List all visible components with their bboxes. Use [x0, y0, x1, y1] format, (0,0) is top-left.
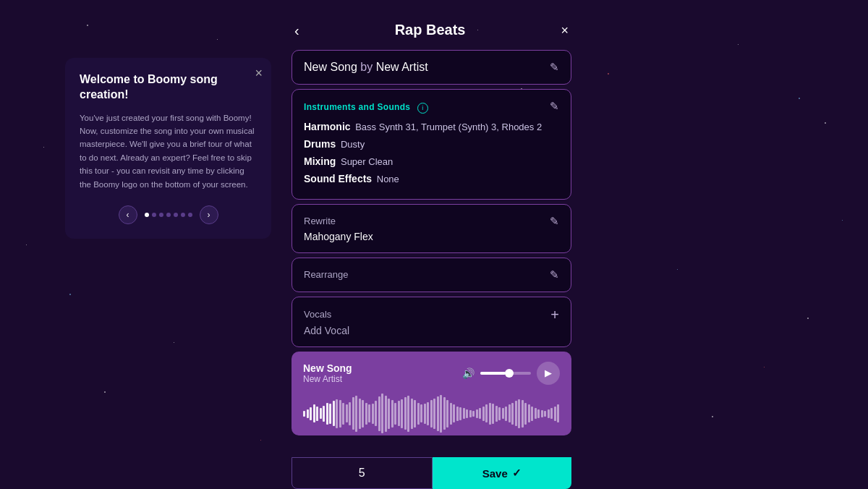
mixing-row: Mixing Super Clean	[304, 154, 559, 169]
wave-bar	[391, 400, 393, 428]
instruments-label-group: Instruments and Sounds i	[304, 100, 428, 114]
welcome-close-button[interactable]: ×	[255, 67, 263, 80]
volume-fill	[480, 372, 506, 375]
tour-dot-2	[152, 213, 156, 217]
tour-prev-button[interactable]: ‹	[119, 205, 137, 224]
rearrange-edit-button[interactable]: ✎	[550, 268, 559, 281]
rearrange-label: Rearrange	[304, 269, 348, 280]
save-button[interactable]: Save ✓	[433, 457, 572, 489]
wave-bar	[329, 404, 331, 424]
wave-bar	[385, 396, 387, 432]
wave-bar	[509, 404, 511, 422]
wave-bar	[443, 397, 446, 430]
sound-effects-row: Sound Effects None	[304, 171, 559, 187]
wave-bar	[522, 400, 524, 428]
close-button[interactable]: ×	[561, 24, 569, 37]
wave-bar	[472, 411, 475, 417]
wave-bar	[466, 409, 468, 418]
tour-dot-4	[166, 213, 171, 217]
wave-bar	[323, 406, 325, 422]
rewrite-value: Mahogany Flex	[304, 231, 559, 242]
rewrite-card: Rewrite ✎ Mahogany Flex	[292, 204, 571, 253]
wave-bar	[557, 404, 559, 422]
song-title-text: New Song by New Artist	[304, 61, 428, 74]
wave-bar	[378, 396, 380, 431]
rewrite-header: Rewrite ✎	[304, 215, 559, 228]
wave-bar	[398, 401, 400, 426]
tour-next-button[interactable]: ›	[200, 205, 218, 224]
wave-bar	[489, 403, 491, 425]
instruments-info-icon[interactable]: i	[417, 103, 428, 114]
rearrange-header: Rearrange ✎	[304, 268, 559, 281]
panel-title: Rap Beats	[395, 22, 466, 38]
wave-bar	[433, 399, 435, 429]
vocals-card: Vocals + Add Vocal	[292, 297, 571, 347]
wave-bar	[401, 399, 403, 428]
tour-dot-6	[181, 213, 185, 217]
play-button[interactable]: ▶	[537, 362, 560, 385]
bottom-bar: 5 Save ✓	[292, 457, 571, 489]
rewrite-edit-button[interactable]: ✎	[550, 215, 559, 228]
back-button[interactable]: ‹	[294, 23, 299, 38]
tour-navigation: ‹ ›	[80, 205, 257, 224]
tour-dot-3	[159, 213, 163, 217]
player-controls: 🔊 ▶	[462, 362, 560, 385]
harmonic-value: Bass Synth 31, Trumpet (Synth) 3, Rhodes…	[355, 122, 542, 132]
wave-bar	[459, 407, 461, 420]
wave-bar	[528, 404, 530, 422]
rewrite-label: Rewrite	[304, 216, 336, 226]
wave-bar	[485, 404, 488, 422]
instruments-label: Instruments and Sounds	[304, 102, 410, 112]
mixing-label: Mixing	[304, 156, 336, 167]
wave-bar	[346, 404, 348, 422]
wave-bar	[456, 407, 459, 421]
wave-bar	[535, 408, 537, 419]
wave-bar	[355, 396, 357, 432]
save-check-icon: ✓	[512, 467, 522, 480]
wave-bar	[450, 403, 452, 425]
sound-effects-value: None	[377, 174, 399, 184]
wave-bar	[430, 400, 433, 428]
instruments-card: Instruments and Sounds i ✎ Harmonic Bass…	[292, 89, 571, 200]
wave-bar	[531, 407, 533, 421]
main-panel: ‹ Rap Beats × New Song by New Artist ✎ I…	[292, 22, 571, 440]
wave-bar	[424, 404, 426, 424]
drums-row: Drums Dusty	[304, 137, 559, 152]
wave-bar	[326, 403, 328, 425]
wave-bar	[394, 403, 396, 425]
wave-bar	[502, 408, 504, 419]
wave-bar	[352, 397, 354, 430]
wave-bar	[417, 403, 420, 425]
wave-bar	[440, 395, 442, 433]
vocals-add-button[interactable]: +	[550, 307, 559, 322]
tour-dot-7	[188, 213, 192, 217]
rearrange-card: Rearrange ✎	[292, 258, 571, 292]
wave-bar	[482, 407, 485, 421]
wave-bar	[437, 396, 439, 431]
tour-dot-5	[174, 213, 178, 217]
wave-bar	[339, 400, 341, 428]
wave-bar	[333, 401, 335, 426]
wave-bar	[336, 399, 338, 428]
welcome-title: Welcome to Boomy song creation!	[80, 72, 257, 103]
instruments-edit-button[interactable]: ✎	[550, 100, 559, 113]
wave-bar	[554, 407, 556, 421]
beats-count: 5	[292, 457, 433, 489]
wave-bar	[362, 400, 364, 428]
volume-icon: 🔊	[462, 367, 475, 379]
welcome-body: You've just created your first song with…	[80, 111, 257, 191]
wave-bar	[307, 409, 309, 418]
vocals-label: Vocals	[304, 309, 331, 320]
volume-slider[interactable]	[480, 372, 531, 375]
wave-bar	[518, 399, 520, 428]
vocals-add-text: Add Vocal	[304, 325, 559, 336]
song-name: New Song	[304, 61, 357, 73]
tour-dots	[145, 213, 192, 217]
song-title-edit-button[interactable]: ✎	[550, 61, 559, 74]
wave-bar	[381, 394, 383, 433]
player-artist: New Artist	[303, 374, 352, 384]
wave-bar	[492, 404, 494, 424]
drums-label: Drums	[304, 138, 336, 150]
wave-bar	[495, 406, 498, 422]
wave-bar	[388, 399, 390, 429]
